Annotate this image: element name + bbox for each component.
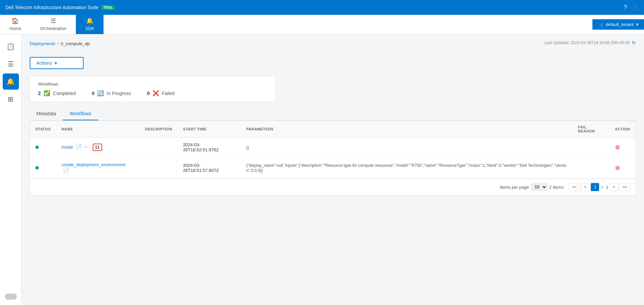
table-row: create_deployment_environment 📄 2024-03-… bbox=[30, 157, 636, 179]
row2-name: create_deployment_environment 📄 bbox=[56, 157, 140, 179]
table-container: STATUS NAME DESCRIPTION START TIME PARAM… bbox=[30, 121, 636, 195]
row1-arrow-icon: ← bbox=[84, 144, 89, 150]
main-content: Deployments / rt_compute_dp Last Updated… bbox=[22, 34, 644, 305]
row1-name: install 📄 ← 11 bbox=[56, 138, 140, 157]
row1-action: ⊗ bbox=[610, 138, 636, 157]
page-separator: / bbox=[601, 185, 605, 190]
row1-doc-icon[interactable]: 📄 bbox=[75, 144, 82, 150]
total-items: 2 Items bbox=[549, 185, 564, 190]
breadcrumb-parent[interactable]: Deployments bbox=[30, 41, 55, 46]
tenant-section: 👥 default_tenant ▾ bbox=[592, 19, 644, 30]
tab-sdk-label: SDK bbox=[85, 26, 94, 31]
status-dot-green-2 bbox=[35, 166, 39, 170]
tenant-button[interactable]: 👥 default_tenant ▾ bbox=[592, 19, 644, 30]
row1-params-text: {} bbox=[246, 145, 249, 150]
actions-button[interactable]: Actions ▾ bbox=[30, 57, 84, 69]
row2-action: ⊗ bbox=[610, 157, 636, 179]
tenant-chevron-icon: ▾ bbox=[636, 22, 639, 27]
completed-label: Completed bbox=[53, 91, 76, 96]
tab-sdk[interactable]: 🔔 SDK bbox=[76, 15, 104, 34]
row2-params-text: {"display_name":null,"inputs":{"descript… bbox=[246, 163, 566, 173]
bell-icon: 🔔 bbox=[6, 78, 15, 86]
user-icon[interactable]: 👤 bbox=[631, 4, 639, 11]
row2-start-time: 2024-03-26T18:51:57.607Z bbox=[178, 157, 241, 179]
col-description: DESCRIPTION bbox=[140, 121, 178, 138]
app-title: Dell Telecom Infrastructure Automation S… bbox=[5, 5, 98, 10]
row1-fail-reason bbox=[573, 138, 610, 157]
page-total: 1 bbox=[606, 185, 608, 190]
row2-description bbox=[140, 157, 178, 179]
row2-parameters: {"display_name":null,"inputs":{"descript… bbox=[241, 157, 573, 179]
tab-orchestration-label: Orchestration bbox=[40, 26, 66, 31]
breadcrumb-separator: / bbox=[57, 41, 59, 46]
workflows-table: STATUS NAME DESCRIPTION START TIME PARAM… bbox=[30, 121, 636, 179]
actions-label: Actions bbox=[36, 60, 52, 66]
tab-workflows[interactable]: Workflows bbox=[63, 108, 98, 120]
tab-home[interactable]: 🏠 Home bbox=[0, 15, 31, 34]
side-nav-item-apps[interactable]: ⊞ bbox=[3, 91, 19, 107]
per-page-select[interactable]: 10 25 50 bbox=[531, 183, 547, 191]
sdk-icon: 🔔 bbox=[86, 17, 93, 25]
tenant-label: default_tenant bbox=[606, 22, 634, 27]
items-per-page-section: Items per page 10 25 50 2 Items bbox=[500, 183, 563, 191]
col-parameters: PARAMETERS bbox=[241, 121, 573, 138]
row2-name-link[interactable]: create_deployment_environment bbox=[61, 162, 125, 167]
second-nav-tabs: 🏠 Home ☰ Orchestration 🔔 SDK bbox=[0, 15, 104, 34]
stat-failed: 0 ❌ Failed bbox=[147, 90, 175, 96]
failed-icon: ❌ bbox=[152, 90, 159, 96]
tab-metadata-label: Metadata bbox=[36, 111, 56, 116]
row2-doc-icon[interactable]: 📄 bbox=[63, 167, 69, 173]
row1-name-link[interactable]: install bbox=[61, 145, 72, 150]
items-per-page-label: Items per page bbox=[500, 185, 529, 190]
row1-action-icon[interactable]: ⊗ bbox=[615, 144, 620, 151]
last-updated: Last Updated: 2024-03-28T18:16:08.338+00… bbox=[544, 40, 636, 45]
row1-status bbox=[30, 138, 56, 157]
actions-chevron-icon: ▾ bbox=[55, 60, 57, 66]
page-current-button[interactable]: 1 bbox=[591, 183, 599, 191]
row2-fail-reason bbox=[573, 157, 610, 179]
failed-count: 0 bbox=[147, 91, 150, 96]
theme-toggle[interactable] bbox=[5, 294, 17, 300]
refresh-icon[interactable]: ↻ bbox=[632, 40, 636, 45]
col-name: NAME bbox=[56, 121, 140, 138]
in-progress-icon: 🔄 bbox=[97, 90, 104, 96]
completed-icon: ✅ bbox=[43, 90, 50, 96]
tabs: Metadata Workflows bbox=[30, 108, 636, 121]
page-last-button[interactable]: >> bbox=[619, 183, 630, 191]
workflows-title: Workflows bbox=[38, 82, 267, 87]
page-next-button[interactable]: > bbox=[610, 183, 618, 191]
help-icon[interactable]: ? bbox=[624, 4, 627, 11]
failed-label: Failed bbox=[162, 91, 175, 96]
workflows-card: Workflows 2 ✅ Completed 0 🔄 In Progress … bbox=[30, 76, 276, 102]
last-updated-label: Last Updated: 2024-03-28T18:16:08.338+00… bbox=[544, 40, 630, 45]
tab-home-label: Home bbox=[9, 26, 21, 31]
workflows-stats: 2 ✅ Completed 0 🔄 In Progress 0 ❌ Failed bbox=[38, 90, 267, 96]
top-nav-right: ? 👤 bbox=[624, 4, 639, 11]
row1-parameters: {} bbox=[241, 138, 573, 157]
tenant-icon: 👥 bbox=[598, 22, 603, 27]
layout: 📋 ☰ 🔔 ⊞ Deployments / rt_compute_dp Last… bbox=[0, 34, 644, 305]
stat-completed: 2 ✅ Completed bbox=[38, 90, 76, 96]
row2-action-icon[interactable]: ⊗ bbox=[615, 164, 620, 171]
page-first-button[interactable]: << bbox=[569, 183, 580, 191]
tab-orchestration[interactable]: ☰ Orchestration bbox=[31, 15, 76, 34]
in-progress-count: 0 bbox=[92, 91, 95, 96]
trial-badge: TRIAL bbox=[101, 5, 115, 10]
breadcrumb-current: rt_compute_dp bbox=[61, 41, 90, 46]
orchestration-icon: ☰ bbox=[51, 17, 56, 25]
table-row: install 📄 ← 11 2024-03-26T18:52:01.976Z … bbox=[30, 138, 636, 157]
col-start-time: START TIME bbox=[178, 121, 241, 138]
tab-metadata[interactable]: Metadata bbox=[30, 108, 63, 120]
status-dot-green bbox=[35, 146, 39, 149]
completed-count: 2 bbox=[38, 91, 41, 96]
page-prev-button[interactable]: < bbox=[581, 183, 589, 191]
row1-description bbox=[140, 138, 178, 157]
row2-status bbox=[30, 157, 56, 179]
side-nav-item-grid[interactable]: ☰ bbox=[3, 56, 19, 72]
row1-badge: 11 bbox=[93, 144, 102, 151]
docs-icon: 📋 bbox=[6, 42, 15, 51]
side-nav-item-sdk[interactable]: 🔔 bbox=[3, 73, 19, 90]
side-nav-item-docs[interactable]: 📋 bbox=[3, 38, 19, 55]
breadcrumb: Deployments / rt_compute_dp bbox=[30, 41, 90, 46]
table-header-row: STATUS NAME DESCRIPTION START TIME PARAM… bbox=[30, 121, 636, 138]
